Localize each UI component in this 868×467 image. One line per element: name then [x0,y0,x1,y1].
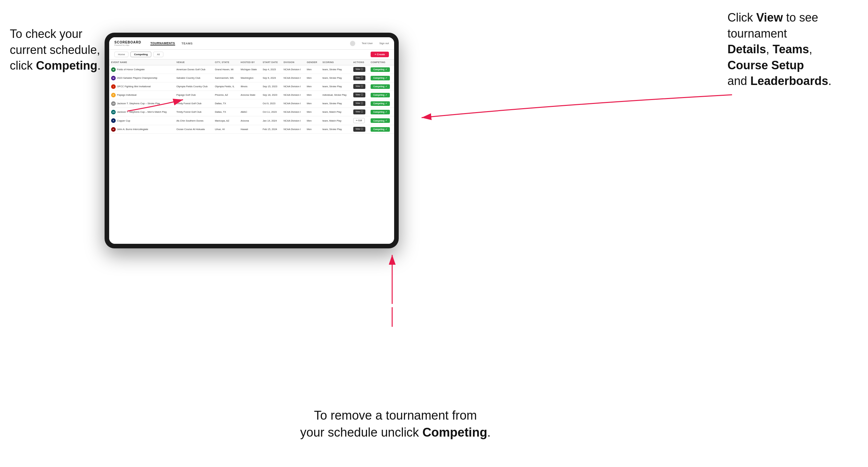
annotation-bottom: To remove a tournament from your schedul… [281,407,510,441]
city-state-cell: Dallas, TX [213,99,239,108]
col-venue: VENUE [175,60,213,65]
all-filter-btn[interactable]: All [153,52,163,57]
col-start-date: START DATE [261,60,282,65]
event-name-cell: I OFCC Fighting Illini Invitational [109,82,175,91]
division-cell: NCAA Division I [282,82,305,91]
competing-badge[interactable]: Competing [371,110,390,114]
competing-badge[interactable]: Competing [371,67,390,72]
competing-badge[interactable]: Competing [371,93,390,97]
sign-out-link[interactable]: Sign out [379,42,389,45]
nav-teams[interactable]: TEAMS [182,42,193,45]
division-cell: NCAA Division I [282,65,305,74]
hosted-by-cell: Michigan State [239,65,261,74]
competing-badge[interactable]: Competing [371,76,390,81]
col-division: DIVISION [282,60,305,65]
competing-badge[interactable]: Competing [371,84,390,89]
annotation-top-left: To check your current schedule, click Co… [10,26,134,74]
col-competing: COMPETING [369,60,394,65]
actions-cell[interactable]: View ⓘ [351,74,369,82]
team-logo: A [111,118,116,123]
city-state-cell: Sammamish, WA [213,74,239,82]
event-name: Jackson T. Stephens Cup – Men's Match Pl… [117,111,167,114]
division-cell: NCAA Division I [282,74,305,82]
event-name-cell: JS Jackson T. Stephens Cup – Men's Match… [109,108,175,116]
venue-cell: Sahalee Country Club [175,74,213,82]
event-name: Copper Cup [117,119,130,122]
start-date-cell: Oct 9, 2023 [261,99,282,108]
hosted-by-cell: ABAC [239,108,261,116]
view-button[interactable]: View ⓘ [353,101,365,106]
gender-cell: Men [305,74,320,82]
hosted-by-cell: Hawaii [239,125,261,134]
venue-cell: Ocean Course At Hokuala [175,125,213,134]
create-button[interactable]: + Create [371,52,389,57]
scoring-cell: team, Match Play [320,116,351,125]
view-button[interactable]: View ⓘ [353,84,365,89]
scoring-cell: team, Stroke Play [320,74,351,82]
col-city-state: CITY, STATE [213,60,239,65]
table-row: JS Jackson T. Stephens Cup – Men's Match… [109,108,394,116]
gender-cell: Men [305,108,320,116]
table-row: H John A. Burns Intercollegiate Ocean Co… [109,125,394,134]
scoring-cell: team, Stroke Play [320,65,351,74]
scoring-cell: individual, Stroke Play [320,91,351,99]
nav-tournaments[interactable]: TOURNAMENTS [150,41,175,45]
tablet-frame: SCOREBOARD Powered by clipp TOURNAMENTS … [104,33,399,248]
team-logo: JS [111,110,116,114]
division-cell: NCAA Division I [282,116,305,125]
event-name: Papago Individual [117,93,136,96]
actions-cell[interactable]: View ⓘ [351,82,369,91]
division-cell: NCAA Division I [282,108,305,116]
nav-user: Test User [362,42,373,45]
view-button[interactable]: View ⓘ [353,67,365,72]
start-date-cell: Jan 14, 2024 [261,116,282,125]
competing-badge[interactable]: Competing [371,127,390,132]
division-cell: NCAA Division I [282,91,305,99]
competing-cell[interactable]: Competing [369,74,394,82]
gender-cell: Men [305,125,320,134]
competing-cell[interactable]: Competing [369,116,394,125]
gender-cell: Men [305,116,320,125]
actions-cell[interactable]: View ⓘ [351,125,369,134]
actions-cell[interactable]: View ⓘ [351,99,369,108]
hosted-by-cell [239,99,261,108]
competing-cell[interactable]: Competing [369,125,394,134]
actions-cell[interactable]: View ⓘ [351,65,369,74]
table-row: I OFCC Fighting Illini Invitational Olym… [109,82,394,91]
division-cell: NCAA Division I [282,99,305,108]
nav-avatar [350,41,355,46]
city-state-cell: Dallas, TX [213,108,239,116]
competing-cell[interactable]: Competing [369,99,394,108]
hosted-by-cell: Illinois [239,82,261,91]
actions-cell[interactable]: ✏ Edit [351,116,369,125]
col-scoring: SCORING [320,60,351,65]
competing-cell[interactable]: Competing [369,82,394,91]
hosted-by-cell: Arizona [239,116,261,125]
view-button[interactable]: View ⓘ [353,75,365,81]
venue-cell: Papago Golf Club [175,91,213,99]
competing-badge[interactable]: Competing [371,118,390,123]
view-button[interactable]: View ⓘ [353,127,365,132]
scoring-cell: team, Stroke Play [320,99,351,108]
table-header-row: EVENT NAME VENUE CITY, STATE HOSTED BY S… [109,60,394,65]
view-button[interactable]: View ⓘ [353,110,365,114]
actions-cell[interactable]: View ⓘ [351,91,369,99]
gender-cell: Men [305,82,320,91]
competing-cell[interactable]: Competing [369,65,394,74]
venue-cell: American Dunes Golf Club [175,65,213,74]
col-gender: GENDER [305,60,320,65]
venue-cell: Trinity Forest Golf Club [175,99,213,108]
city-state-cell: Lihue, HI [213,125,239,134]
scoring-cell: team, Stroke Play [320,82,351,91]
division-cell: NCAA Division I [282,125,305,134]
view-button[interactable]: View ⓘ [353,92,365,97]
event-name-cell: JS Jackson T. Stephens Cup – Stroke Play [109,99,175,108]
competing-badge[interactable]: Competing [371,101,390,106]
competing-cell[interactable]: Competing [369,91,394,99]
actions-cell[interactable]: View ⓘ [351,108,369,116]
hosted-by-cell: Washington [239,74,261,82]
competing-cell[interactable]: Competing [369,108,394,116]
edit-button[interactable]: ✏ Edit [353,118,365,123]
venue-cell: Trinity Forest Golf Club [175,108,213,116]
start-date-cell: Sep 4, 2023 [261,65,282,74]
